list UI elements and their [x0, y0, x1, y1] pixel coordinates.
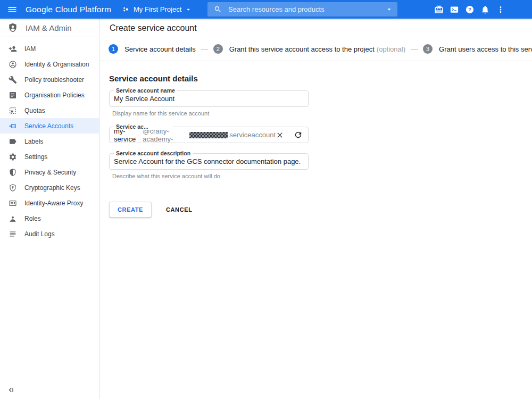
- collapse-sidebar-icon[interactable]: [6, 385, 16, 395]
- sidebar-item-identity-aware-proxy[interactable]: Identity-Aware Proxy: [0, 195, 99, 211]
- stepper: 1Service account details—2Grant this ser…: [100, 37, 532, 61]
- sidebar-item-iam[interactable]: IAM: [0, 41, 99, 56]
- shield-key-icon: [9, 184, 17, 192]
- step-label: Service account details: [124, 45, 196, 53]
- description-field-helper: Describe what this service account will …: [112, 173, 532, 179]
- name-field-label: Service account name: [114, 87, 177, 94]
- project-icon: [122, 5, 130, 14]
- sidebar-item-label: Service Accounts: [24, 122, 73, 130]
- gear-icon: [9, 153, 17, 161]
- sidebar: IAM & Admin IAMIdentity & OrganisationPo…: [0, 19, 99, 399]
- sidebar-item-label: Quotas: [24, 107, 45, 114]
- person-add-icon: [9, 45, 17, 53]
- button-row: CREATE CANCEL: [109, 202, 532, 218]
- main-header: Create service account: [100, 19, 532, 37]
- search-caret-down-icon[interactable]: [385, 5, 393, 13]
- sidebar-item-identity-organisation[interactable]: Identity & Organisation: [0, 56, 99, 72]
- sidebar-item-label: IAM: [24, 45, 36, 53]
- roles-icon: [9, 214, 17, 223]
- sidebar-item-settings[interactable]: Settings: [0, 149, 99, 164]
- sidebar-item-label: Roles: [24, 215, 41, 222]
- id-field-group: Service ac... my-service @crafty-academy…: [109, 127, 532, 143]
- name-field-helper: Display name for this service account: [112, 110, 532, 117]
- sidebar-item-quotas[interactable]: Quotas: [0, 103, 99, 118]
- description-field-group: Service account description Describe wha…: [109, 153, 532, 179]
- quotas-icon: [9, 106, 17, 115]
- label-icon: [9, 137, 17, 146]
- service-account-name-input[interactable]: [114, 95, 304, 103]
- sidebar-item-label: Policy troubleshooter: [24, 76, 84, 84]
- sidebar-item-label: Identity & Organisation: [24, 61, 89, 68]
- sidebar-item-roles[interactable]: Roles: [0, 211, 99, 226]
- wrench-icon: [9, 76, 17, 84]
- step-number: 1: [109, 44, 118, 54]
- svg-text:?: ?: [468, 6, 471, 12]
- cloud-shell-icon[interactable]: [450, 5, 459, 14]
- redacted-project-id: [189, 132, 228, 138]
- search-bar[interactable]: [207, 2, 397, 16]
- sidebar-item-policy-troubleshooter[interactable]: Policy troubleshooter: [0, 72, 99, 87]
- service-account-description-input[interactable]: [114, 157, 304, 165]
- search-icon: [214, 5, 222, 13]
- section-title: Service account details: [109, 74, 532, 83]
- sidebar-item-cryptographic-keys[interactable]: Cryptographic Keys: [0, 180, 99, 195]
- refresh-icon[interactable]: [294, 130, 303, 139]
- sidebar-item-privacy-security[interactable]: Privacy & Security: [0, 164, 99, 180]
- page-title: Create service account: [110, 23, 197, 33]
- name-field-group: Service account name Display name for th…: [109, 90, 532, 117]
- id-field-label: Service ac...: [114, 123, 173, 130]
- sidebar-item-organisation-policies[interactable]: Organisation Policies: [0, 87, 99, 103]
- sidebar-item-label: Audit Logs: [24, 230, 55, 238]
- service-account-name-field[interactable]: Service account name: [109, 90, 309, 107]
- step-1[interactable]: 1Service account details: [109, 44, 196, 54]
- project-selector[interactable]: My First Project: [122, 5, 192, 14]
- service-account-id-field[interactable]: Service ac... my-service @crafty-academy…: [109, 127, 309, 143]
- help-icon[interactable]: ?: [465, 5, 475, 14]
- sidebar-item-label: Privacy & Security: [24, 169, 76, 176]
- sidebar-header: IAM & Admin: [0, 19, 99, 37]
- cancel-button[interactable]: CANCEL: [163, 202, 195, 217]
- shield-icon: [9, 168, 17, 177]
- main-area: Create service account 1Service account …: [100, 19, 532, 399]
- step-label: Grant users access to this service accou…: [439, 45, 532, 53]
- sidebar-item-label: Identity-Aware Proxy: [24, 200, 84, 207]
- close-icon[interactable]: [276, 131, 284, 139]
- project-name: My First Project: [134, 5, 181, 13]
- sidebar-nav: IAMIdentity & OrganisationPolicy trouble…: [0, 37, 99, 242]
- caret-down-icon: [185, 6, 192, 13]
- gcp-console-page: Google Cloud Platform My First Project ?…: [0, 0, 532, 399]
- sidebar-item-labels[interactable]: Labels: [0, 134, 99, 149]
- identity-icon: [9, 60, 17, 69]
- menu-icon[interactable]: [7, 4, 18, 15]
- step-optional: (optional): [377, 45, 405, 53]
- step-3[interactable]: 3Grant users access to this service acco…: [423, 44, 532, 54]
- step-separator: —: [201, 45, 208, 53]
- topbar: Google Cloud Platform My First Project ?: [0, 0, 532, 19]
- sidebar-item-audit-logs[interactable]: Audit Logs: [0, 226, 99, 242]
- step-label: Grant this service account access to the…: [229, 45, 375, 53]
- shield-person-icon: [7, 22, 18, 33]
- sidebar-item-label: Organisation Policies: [24, 92, 85, 99]
- sidebar-item-label: Labels: [24, 138, 43, 145]
- sidebar-item-label: Settings: [24, 153, 47, 161]
- id-domain-suffix: serviceaccount: [229, 131, 276, 139]
- topbar-actions: ?: [434, 0, 505, 19]
- more-vert-icon[interactable]: [496, 5, 505, 14]
- create-button[interactable]: CREATE: [109, 202, 152, 218]
- gift-icon[interactable]: [434, 5, 444, 14]
- step-separator: —: [411, 45, 418, 53]
- proxy-icon: [9, 199, 17, 207]
- step-number: 2: [213, 44, 223, 54]
- form-content: Service account details Service account …: [100, 61, 532, 218]
- notifications-icon[interactable]: [480, 5, 490, 14]
- sidebar-item-service-accounts[interactable]: Service Accounts: [0, 118, 99, 134]
- audit-logs-icon: [9, 230, 17, 238]
- step-2[interactable]: 2Grant this service account access to th…: [213, 44, 405, 54]
- service-account-description-field[interactable]: Service account description: [109, 153, 309, 170]
- sidebar-item-label: Cryptographic Keys: [24, 184, 80, 192]
- robot-icon: [9, 122, 17, 130]
- description-field-label: Service account description: [114, 150, 193, 156]
- search-input[interactable]: [228, 5, 385, 13]
- step-number: 3: [423, 44, 433, 54]
- product-name[interactable]: Google Cloud Platform: [26, 5, 111, 14]
